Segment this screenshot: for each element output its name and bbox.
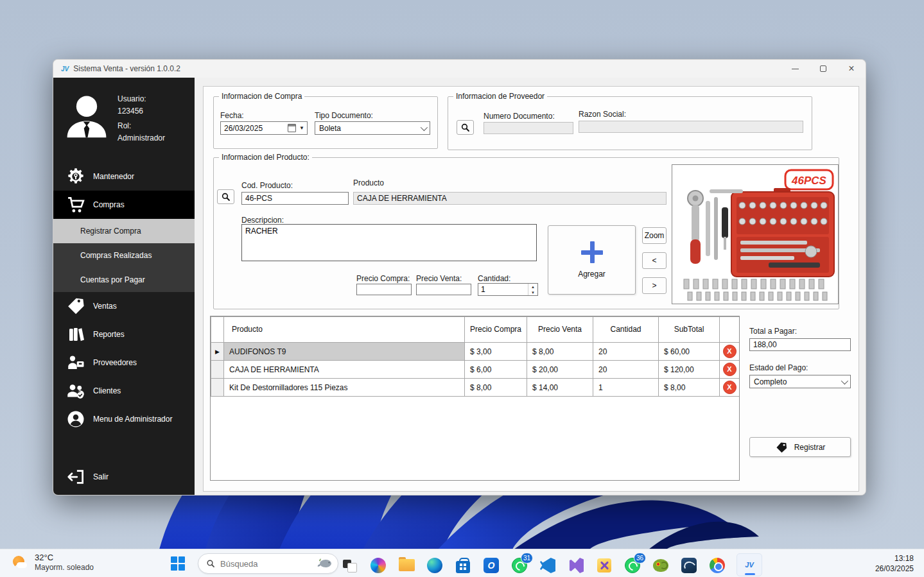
total-a-pagar-input[interactable] — [749, 338, 851, 351]
vscode-button[interactable] — [539, 556, 557, 574]
sidebar-item-label: Proveedores — [93, 358, 137, 367]
whatsapp-button-1[interactable]: 31 — [510, 556, 528, 574]
total-a-pagar-label: Total a Pagar: — [749, 327, 797, 336]
cell-producto[interactable]: CAJA DE HERRAMIENTA — [224, 361, 465, 379]
cell-precio-compra[interactable]: $ 6,00 — [465, 361, 527, 379]
sidebar-item-salir[interactable]: Salir — [53, 463, 195, 491]
table-row[interactable]: CAJA DE HERRAMIENTA $ 6,00 $ 20,00 20 $ … — [211, 361, 740, 379]
weather-temp: 32°C — [35, 553, 94, 563]
cell-precio-venta[interactable]: $ 14,00 — [527, 379, 593, 397]
sidebar-item-reportes[interactable]: Reportes — [53, 320, 195, 349]
search-input[interactable] — [220, 559, 317, 569]
prev-image-button[interactable]: < — [642, 252, 667, 269]
sidebar-item-menu-administrador[interactable]: Menu de Administrador — [53, 405, 195, 433]
sidebar-item-compras[interactable]: Compras — [53, 191, 195, 219]
taskbar-clock[interactable]: 13:18 26/03/2025 — [875, 553, 914, 574]
delete-row-button[interactable]: X — [723, 381, 737, 394]
start-button[interactable] — [171, 556, 185, 571]
sidebar-item-compras-realizadas[interactable]: Compras Realizadas — [53, 243, 195, 268]
next-image-button[interactable]: > — [642, 277, 667, 294]
mysql-workbench-icon — [681, 558, 697, 573]
precio-compra-label: Precio Compra: — [356, 274, 410, 283]
sidebar-item-proveedores[interactable]: Proveedores — [53, 349, 195, 377]
registrar-button[interactable]: Registrar — [749, 437, 851, 457]
cell-cantidad[interactable]: 1 — [593, 379, 659, 397]
titlebar: JV Sistema Venta - versión 1.0.0.2 × — [53, 60, 866, 78]
file-explorer-button[interactable] — [397, 556, 415, 574]
table-row[interactable]: Kit De Destornilladores 115 Piezas $ 8,0… — [211, 379, 740, 397]
sidebar-item-ventas[interactable]: Ventas — [53, 292, 195, 320]
edge-button[interactable] — [426, 556, 444, 574]
groupbox-informacion-proveedor: Informacion de Proveedor Numero Document… — [448, 96, 812, 150]
zoom-button[interactable]: Zoom — [642, 227, 667, 244]
chevron-down-icon — [841, 377, 848, 384]
spinner-down-icon[interactable]: ▼ — [528, 289, 537, 295]
sidebar-item-mantenedor[interactable]: Mantenedor — [53, 162, 195, 191]
user-panel: Usuario: 123456 Rol: Administrador — [53, 78, 195, 161]
precio-compra-input[interactable] — [356, 284, 412, 295]
producto-field[interactable] — [353, 192, 667, 205]
cell-precio-compra[interactable]: $ 3,00 — [465, 343, 527, 361]
cell-subtotal[interactable]: $ 60,00 — [659, 343, 720, 361]
sidebar-item-cuentas-por-pagar[interactable]: Cuentas por Pagar — [53, 268, 195, 292]
tipo-documento-value: Boleta — [319, 124, 341, 133]
cell-producto[interactable]: Kit De Destornilladores 115 Piezas — [224, 379, 465, 397]
col-header-producto: Producto — [224, 317, 465, 343]
weather-widget[interactable]: 32°C Mayorm. soleado — [12, 553, 94, 573]
mysql-workbench-button[interactable] — [680, 556, 698, 574]
taskbar-search[interactable] — [198, 553, 338, 574]
close-button[interactable]: × — [837, 60, 866, 78]
sidebar-item-label: Compras — [93, 200, 125, 209]
maximize-button[interactable] — [809, 60, 837, 78]
microsoft-store-button[interactable] — [454, 556, 472, 574]
buscar-producto-button[interactable] — [217, 189, 234, 204]
chameleon-app-button[interactable] — [652, 556, 670, 574]
tools-notes-button[interactable] — [595, 556, 613, 574]
precio-venta-input[interactable] — [416, 284, 471, 295]
minimize-button[interactable] — [781, 60, 809, 78]
delete-row-button[interactable]: X — [723, 345, 737, 358]
cell-subtotal[interactable]: $ 120,00 — [659, 361, 720, 379]
razon-social-field[interactable] — [579, 121, 803, 133]
table-row[interactable]: ▶ AUDIFONOS T9 $ 3,00 $ 8,00 20 $ 60,00 … — [211, 343, 740, 361]
cell-precio-compra[interactable]: $ 8,00 — [465, 379, 527, 397]
delete-row-button[interactable]: X — [723, 363, 737, 376]
sidebar-item-clientes[interactable]: Clientes — [53, 377, 195, 405]
buscar-proveedor-button[interactable] — [457, 120, 474, 135]
cell-producto[interactable]: AUDIFONOS T9 — [224, 343, 465, 361]
producto-label: Producto — [353, 178, 384, 187]
estado-del-pago-select[interactable]: Completo — [749, 375, 851, 388]
outlook-button[interactable]: O — [482, 556, 500, 574]
cell-cantidad[interactable]: 20 — [593, 343, 659, 361]
sidebar-item-registrar-compra[interactable]: Registrar Compra — [53, 219, 195, 243]
visual-studio-button[interactable] — [567, 556, 585, 574]
copilot-button[interactable] — [369, 556, 387, 574]
notification-badge: 31 — [521, 553, 533, 564]
cell-cantidad[interactable]: 20 — [593, 361, 659, 379]
usuario-value: 123456 — [118, 105, 165, 117]
row-selector — [211, 361, 224, 379]
tipo-documento-select[interactable]: Boleta — [315, 121, 430, 135]
cell-precio-venta[interactable]: $ 20,00 — [527, 361, 593, 379]
main-content: Informacion de Compra Fecha: 26/03/2025 … — [195, 78, 866, 495]
spinner-up-icon[interactable]: ▲ — [528, 284, 537, 289]
app-logo: JV — [61, 65, 69, 73]
manatee-icon — [317, 558, 333, 569]
cell-subtotal[interactable]: $ 8,00 — [659, 379, 720, 397]
user-avatar-icon — [62, 88, 111, 143]
cod-producto-input[interactable] — [241, 192, 349, 205]
fecha-datepicker[interactable]: 26/03/2025 ▼ — [220, 121, 308, 135]
task-view-button[interactable] — [341, 556, 359, 574]
sidebar-item-label: Menu de Administrador — [93, 415, 172, 424]
cantidad-input[interactable] — [478, 284, 528, 295]
descripcion-textarea[interactable]: RACHER — [241, 224, 537, 261]
numero-documento-field[interactable] — [484, 122, 573, 134]
sistema-venta-app-button[interactable]: JV — [737, 553, 762, 576]
chrome-button[interactable] — [708, 556, 726, 574]
whatsapp-button-2[interactable]: 36 — [623, 556, 641, 574]
agregar-button[interactable]: Agregar — [548, 225, 636, 295]
row-selector — [211, 379, 224, 397]
cell-precio-venta[interactable]: $ 8,00 — [527, 343, 593, 361]
rol-value: Administrador — [118, 132, 165, 144]
notification-badge: 36 — [634, 553, 646, 564]
